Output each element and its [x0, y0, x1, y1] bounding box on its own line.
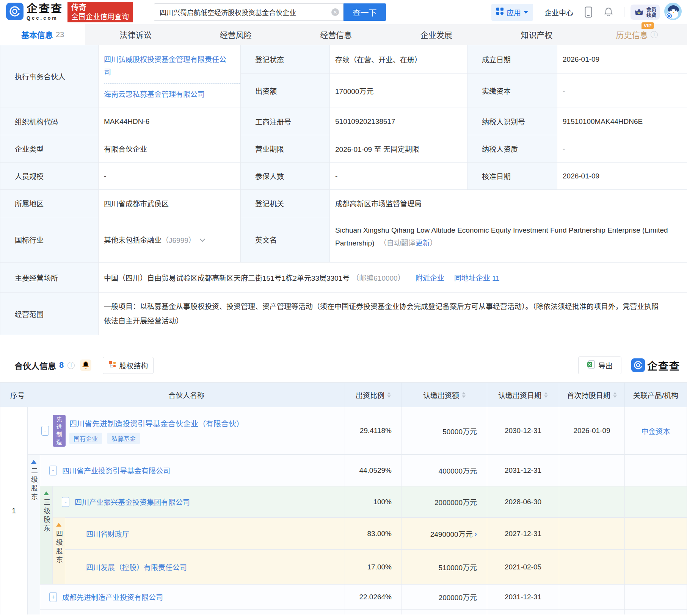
business-scope-label: 经营范围 [0, 293, 99, 335]
ratio-value: 17.00% [345, 550, 402, 584]
approval-date-label: 核准日期 [467, 163, 557, 190]
monitor-bell-icon[interactable] [80, 360, 91, 371]
info-icon[interactable]: i [67, 362, 75, 369]
related-product-cell [624, 550, 687, 584]
level2-strip: 二级股东 [28, 455, 40, 614]
col-ratio[interactable]: 出资比例 [345, 383, 402, 407]
update-translation-link[interactable]: 更新 [416, 239, 430, 247]
tax-id-label: 纳税人识别号 [467, 108, 557, 135]
divider [104, 83, 240, 84]
partner-name-link[interactable]: 成都先进制造产业投资有限公司 [62, 592, 163, 602]
sort-icon[interactable] [613, 392, 617, 398]
staff-size-value: - [99, 163, 241, 190]
industry-text: 其他未包括金融业 [104, 235, 162, 245]
excel-icon [587, 360, 595, 371]
partners-title: 合伙人信息 [14, 359, 56, 371]
header-right-nav: 应用 企业中心 会员 续费 [491, 3, 682, 22]
tax-id-value: 91510100MAK44HDN6E [557, 108, 687, 135]
partner-name-link[interactable]: 四川发展（控股）有限责任公司 [86, 562, 187, 572]
first-holding-date-value [559, 585, 624, 609]
tab-development[interactable]: 企业发展 [386, 24, 487, 45]
same-address-companies-link[interactable]: 同地址企业 11 [454, 272, 500, 283]
row-number: 1 [0, 407, 28, 614]
est-date-label: 成立日期 [467, 45, 557, 74]
search-button[interactable]: 查一下 [344, 3, 386, 21]
industry-value: 其他未包括金融业 （J6999） [99, 217, 241, 263]
ratio-value: 83.00% [345, 518, 402, 549]
tab-ip[interactable]: 知识产权 [486, 24, 587, 45]
tab-legal-label: 法律诉讼 [119, 29, 151, 40]
brand-name: 企查查 [27, 3, 63, 14]
collapse-toggle[interactable]: - [62, 497, 69, 507]
partner-name-link[interactable]: 四川省财政厅 [86, 528, 129, 539]
exec-partner-link-1[interactable]: 四川弘威股权投资基金管理有限责任公司 [104, 54, 229, 78]
tab-basic-info[interactable]: 基本信息 23 [0, 24, 85, 45]
user-avatar[interactable] [664, 3, 682, 22]
info-icon[interactable]: i [651, 31, 658, 38]
partner-name-link[interactable]: 四川产业振兴基金投资集团有限公司 [75, 497, 190, 507]
tax-qualification-value: - [557, 135, 687, 163]
auto-translate-note-end: ） [430, 239, 437, 247]
collapse-toggle[interactable]: - [41, 426, 49, 436]
expand-toggle[interactable]: + [49, 592, 57, 602]
nearby-companies-link[interactable]: 附近企业 [416, 272, 444, 283]
level4-triangle-icon [56, 523, 61, 527]
first-holding-date-value [559, 486, 624, 517]
level2-label: 二级股东 [29, 467, 39, 502]
address-label: 主要经营场所 [0, 263, 99, 293]
partner-name-link[interactable]: 四川省产业投资引导基金有限公司 [62, 465, 170, 475]
capital-label: 出资额 [241, 74, 330, 108]
business-term-value: 2026-01-09 至 无固定期限 [330, 135, 467, 163]
search-input[interactable] [154, 3, 344, 21]
clear-search-icon[interactable]: ✕ [331, 8, 339, 16]
chevron-down-icon [524, 11, 528, 14]
col-subscription-date[interactable]: 认缴出资日期 [487, 383, 559, 407]
export-button[interactable]: 导出 [578, 356, 621, 374]
ratio-value: 22.0264% [345, 585, 402, 609]
sort-icon[interactable] [387, 392, 391, 398]
chevron-down-icon[interactable] [199, 236, 205, 244]
tab-history[interactable]: VIP 历史信息 i [587, 24, 687, 45]
qcc-logo[interactable]: 企查查 Qcc.com [6, 3, 63, 22]
exec-partner-link-2[interactable]: 海南云惠私募基金管理有限公司 [104, 89, 205, 99]
top-header: 企查查 Qcc.com 传奇 全国企业信用查询 ✕ 查一下 应用 企业中心 [0, 0, 687, 24]
est-date-value: 2026-01-09 [557, 45, 687, 74]
mobile-app-icon[interactable] [585, 6, 592, 18]
tag-private-fund[interactable]: 私募基金 [107, 433, 140, 444]
col-first-holding-date[interactable]: 首次持股日期 [559, 383, 624, 407]
related-product-text[interactable]: 中金资本 [641, 426, 670, 436]
equity-structure-button[interactable]: 股权结构 [103, 357, 154, 374]
level4-label: 四级股东 [54, 530, 64, 565]
partner-row-5: 四川发展（控股）有限责任公司 17.00% 510000万元 2021-02-0… [65, 549, 687, 584]
related-product-link: 中金资本 [624, 407, 687, 454]
vip-label: 会员 续费 [646, 6, 656, 18]
tab-legal[interactable]: 法律诉讼 [85, 24, 186, 45]
qcc-logo-icon [6, 3, 24, 22]
tag-state-owned[interactable]: 国有企业 [69, 433, 102, 444]
vip-renew-button[interactable]: 会员 续费 [631, 5, 660, 20]
ratio-value: 44.0529% [345, 455, 402, 486]
tab-risk[interactable]: 经营风险 [186, 24, 286, 45]
col-amount[interactable]: 认缴出资额 [402, 383, 487, 407]
partner-row-2: - 四川省产业投资引导基金有限公司 44.0529% 400000万元 2031… [40, 455, 687, 486]
notification-bell-icon[interactable] [604, 7, 613, 17]
reg-status-label: 登记状态 [241, 45, 330, 74]
subscription-date-value: 2031-12-31 [487, 585, 559, 609]
english-name-value: Sichuan Xingshu Qihang Low Altitude Econ… [330, 217, 687, 263]
ratio-value: 29.4118% [345, 407, 402, 454]
english-name-label: 英文名 [241, 217, 330, 263]
chevron-right-icon[interactable]: › [475, 530, 477, 538]
tab-bar: 基本信息 23 法律诉讼 经营风险 经营信息 企业发展 知识产权 VIP 历史信… [0, 24, 687, 45]
level3-group: 三级股东 - 四川产业振兴基金投资集团有限公司 100% 2000000万元 2… [40, 486, 687, 584]
reg-status-value: 存续（在营、开业、在册） [330, 45, 467, 74]
sort-icon[interactable] [462, 392, 466, 398]
subscription-date-value: 2030-12-31 [487, 407, 559, 454]
enterprise-center-link[interactable]: 企业中心 [544, 7, 573, 17]
partners-section-header: 合伙人信息 8 i 股权结构 导出 企查查 [0, 356, 687, 374]
apps-menu[interactable]: 应用 [491, 4, 533, 21]
sort-icon[interactable] [544, 392, 548, 398]
amount-value: 510000万元 [402, 550, 487, 584]
tab-operation[interactable]: 经营信息 [286, 24, 386, 45]
collapse-toggle[interactable]: - [49, 466, 57, 475]
partner-name-link[interactable]: 四川省先进制造投资引导基金合伙企业（有限合伙） [69, 420, 244, 428]
